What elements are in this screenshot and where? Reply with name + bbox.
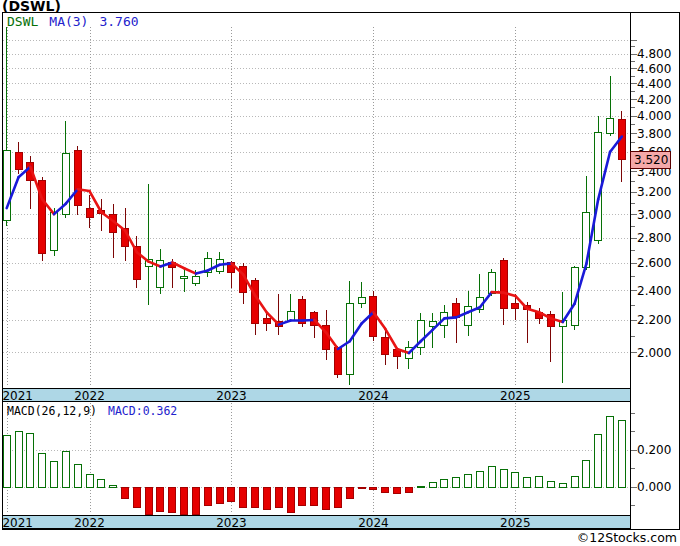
macd-bar bbox=[110, 485, 117, 487]
ma3-line-segment bbox=[527, 309, 539, 313]
macd-bar bbox=[382, 487, 389, 493]
candle bbox=[607, 76, 614, 136]
candle bbox=[405, 341, 412, 368]
macd-axis-label: 0.000 bbox=[637, 480, 671, 494]
candle bbox=[15, 142, 22, 174]
macd-legend: MACD(26,12,9)MACD:0.362 bbox=[7, 404, 177, 418]
macd-bar bbox=[287, 487, 294, 513]
macd-bar bbox=[547, 481, 554, 487]
year-label: 2021 bbox=[2, 390, 33, 402]
macd-bar bbox=[358, 487, 365, 489]
macd-value-label: MACD:0.362 bbox=[108, 404, 177, 418]
macd-bar bbox=[86, 474, 93, 487]
macd-bar bbox=[346, 487, 353, 498]
macd-bar bbox=[595, 434, 602, 487]
year-label: 2024 bbox=[358, 390, 389, 402]
year-label: 2023 bbox=[216, 517, 247, 529]
candle bbox=[3, 27, 10, 226]
price-axis-label: 4.200 bbox=[637, 93, 671, 107]
price-axis-label: 2.200 bbox=[637, 313, 671, 327]
last-price-tag: 3.520 bbox=[630, 151, 671, 169]
candlestick-plot bbox=[3, 27, 625, 386]
price-axis-label: 2.000 bbox=[637, 346, 671, 360]
ma3-line-segment bbox=[220, 263, 232, 264]
candle bbox=[181, 269, 188, 292]
year-label: 2025 bbox=[500, 517, 531, 529]
price-axis-label: 3.000 bbox=[637, 208, 671, 222]
macd-bar bbox=[192, 487, 199, 515]
attribution-link[interactable]: ©12Stocks.com bbox=[577, 530, 677, 545]
macd-bar bbox=[394, 487, 401, 493]
macd-bar bbox=[441, 479, 448, 487]
macd-bar bbox=[252, 487, 259, 507]
year-label: 2024 bbox=[358, 517, 389, 529]
candle bbox=[299, 296, 306, 326]
macd-bar bbox=[263, 487, 270, 509]
candle bbox=[74, 146, 81, 215]
price-axis-label: 2.400 bbox=[637, 284, 671, 298]
candle bbox=[311, 311, 318, 338]
macd-bar bbox=[51, 461, 58, 487]
macd-bar bbox=[98, 480, 105, 487]
price-axis-label: 4.000 bbox=[637, 109, 671, 123]
year-label: 2022 bbox=[74, 517, 105, 529]
candle bbox=[252, 278, 259, 335]
macd-bar bbox=[27, 433, 34, 487]
axis-separator-line bbox=[630, 12, 631, 529]
macd-bar bbox=[405, 487, 412, 493]
macd-bar bbox=[500, 469, 507, 487]
ma3-line-segment bbox=[78, 189, 90, 191]
macd-bar bbox=[429, 482, 436, 487]
candle bbox=[27, 156, 34, 209]
macd-bar bbox=[607, 416, 614, 487]
price-axis-label: 3.200 bbox=[637, 185, 671, 199]
candle bbox=[334, 346, 341, 378]
macd-bar bbox=[334, 487, 341, 507]
price-axis-label: 4.400 bbox=[637, 77, 671, 91]
macd-params-label: MACD(26,12,9) bbox=[7, 404, 97, 418]
candle bbox=[346, 281, 353, 385]
candle bbox=[110, 204, 117, 258]
candle bbox=[216, 252, 223, 274]
macd-bar bbox=[323, 487, 330, 509]
candle bbox=[204, 252, 211, 277]
macd-bar bbox=[488, 466, 495, 487]
stock-chart-page: (DSWL) 20212022202320242025 202120222023… bbox=[0, 0, 680, 546]
macd-bar bbox=[157, 487, 164, 511]
macd-bar bbox=[559, 483, 566, 487]
macd-bar bbox=[216, 487, 223, 504]
price-axis-label: 3.800 bbox=[637, 127, 671, 141]
macd-bar bbox=[62, 452, 69, 487]
price-axis-label: 2.600 bbox=[637, 256, 671, 270]
macd-bar bbox=[39, 454, 46, 487]
macd-bar bbox=[204, 487, 211, 506]
candle bbox=[145, 184, 152, 305]
macd-bar bbox=[169, 487, 176, 513]
macd-bar bbox=[417, 486, 424, 487]
candle bbox=[157, 249, 164, 293]
year-label: 2022 bbox=[74, 390, 105, 402]
macd-bar bbox=[299, 487, 306, 506]
price-axis-label: 2.800 bbox=[637, 231, 671, 245]
macd-bar bbox=[133, 487, 140, 507]
macd-bar bbox=[3, 435, 10, 487]
main-chart-legend: DSWLMA(3)3.760 bbox=[7, 14, 139, 29]
ma-value: 3.760 bbox=[99, 14, 138, 29]
candle bbox=[275, 294, 282, 335]
ma3-line-segment bbox=[302, 320, 314, 321]
macd-bar bbox=[74, 465, 81, 487]
macd-bar bbox=[618, 420, 625, 487]
gridlines bbox=[3, 27, 629, 514]
ma-label: MA(3) bbox=[49, 14, 88, 29]
candle bbox=[559, 292, 566, 383]
macd-bar bbox=[571, 476, 578, 487]
candle bbox=[382, 331, 389, 365]
macd-axis-label: 0.200 bbox=[637, 443, 671, 457]
symbol-label: DSWL bbox=[7, 14, 38, 29]
macd-bar bbox=[15, 432, 22, 488]
year-label: 2025 bbox=[500, 390, 531, 402]
macd-bar bbox=[453, 478, 460, 487]
macd-bar bbox=[583, 461, 590, 487]
chart-canvas bbox=[0, 0, 680, 546]
macd-bar bbox=[145, 487, 152, 515]
